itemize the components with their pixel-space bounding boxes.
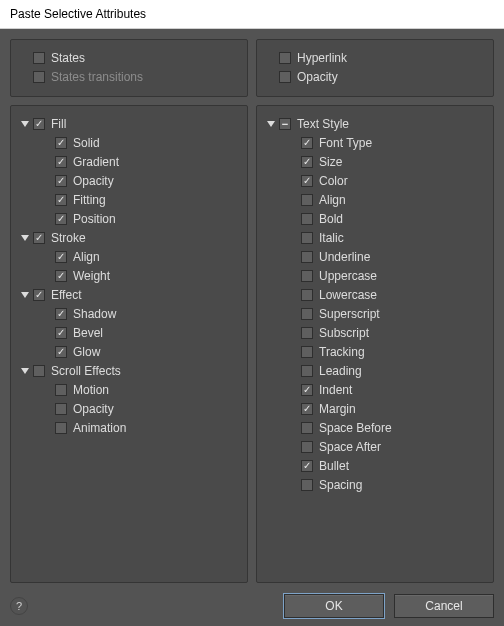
item-text-style-spacing: Spacing bbox=[265, 475, 485, 494]
svg-marker-1 bbox=[21, 235, 29, 241]
checkbox-scroll-effects-opacity[interactable] bbox=[55, 403, 67, 415]
label-fill-opacity: Opacity bbox=[73, 174, 114, 188]
label-text-style-indent: Indent bbox=[319, 383, 352, 397]
checkbox-states-states[interactable] bbox=[33, 52, 45, 64]
disclosure-effect-icon[interactable] bbox=[19, 289, 31, 301]
checkbox-text-style-size[interactable] bbox=[301, 156, 313, 168]
label-text-style-superscript: Superscript bbox=[319, 307, 380, 321]
label-fill-position: Position bbox=[73, 212, 116, 226]
checkbox-text-style-subscript[interactable] bbox=[301, 327, 313, 339]
checkbox-text-style-space-before[interactable] bbox=[301, 422, 313, 434]
checkbox-scroll-effects-motion[interactable] bbox=[55, 384, 67, 396]
item-text-style-font-type: Font Type bbox=[265, 133, 485, 152]
checkbox-effect-shadow[interactable] bbox=[55, 308, 67, 320]
label-effect-glow: Glow bbox=[73, 345, 100, 359]
checkbox-stroke-align[interactable] bbox=[55, 251, 67, 263]
checkbox-transitions-states-transitions bbox=[33, 71, 45, 83]
checkbox-fill-position[interactable] bbox=[55, 213, 67, 225]
spacer bbox=[265, 71, 277, 83]
cancel-button[interactable]: Cancel bbox=[394, 594, 494, 618]
help-icon[interactable]: ? bbox=[10, 597, 28, 615]
checkbox-fill-solid[interactable] bbox=[55, 137, 67, 149]
label-text-style-align: Align bbox=[319, 193, 346, 207]
checkbox-text-style-font-type[interactable] bbox=[301, 137, 313, 149]
checkbox-text-style-uppercase[interactable] bbox=[301, 270, 313, 282]
label-scroll-effects-opacity: Opacity bbox=[73, 402, 114, 416]
label-text-style-lowercase: Lowercase bbox=[319, 288, 377, 302]
checkbox-text-style-bold[interactable] bbox=[301, 213, 313, 225]
group-text-style: Text Style bbox=[265, 114, 485, 133]
label-text-style-tracking: Tracking bbox=[319, 345, 365, 359]
spacer bbox=[265, 52, 277, 64]
checkbox-stroke[interactable] bbox=[33, 232, 45, 244]
item-text-style-bold: Bold bbox=[265, 209, 485, 228]
checkbox-stroke-weight[interactable] bbox=[55, 270, 67, 282]
checkbox-text-style[interactable] bbox=[279, 118, 291, 130]
ok-button[interactable]: OK bbox=[284, 594, 384, 618]
checkbox-text-style-align[interactable] bbox=[301, 194, 313, 206]
checkbox-text-style-lowercase[interactable] bbox=[301, 289, 313, 301]
label-stroke-weight: Weight bbox=[73, 269, 110, 283]
label-opacity-opacity: Opacity bbox=[297, 70, 338, 84]
item-fill-opacity: Opacity bbox=[19, 171, 239, 190]
disclosure-text-style-icon[interactable] bbox=[265, 118, 277, 130]
row-hyperlink-hyperlink: Hyperlink bbox=[265, 48, 485, 67]
item-text-style-space-before: Space Before bbox=[265, 418, 485, 437]
checkbox-text-style-superscript[interactable] bbox=[301, 308, 313, 320]
checkbox-effect-bevel[interactable] bbox=[55, 327, 67, 339]
checkbox-text-style-italic[interactable] bbox=[301, 232, 313, 244]
checkbox-scroll-effects-animation[interactable] bbox=[55, 422, 67, 434]
svg-marker-0 bbox=[21, 121, 29, 127]
svg-marker-3 bbox=[21, 368, 29, 374]
item-scroll-effects-motion: Motion bbox=[19, 380, 239, 399]
item-effect-bevel: Bevel bbox=[19, 323, 239, 342]
checkbox-text-style-underline[interactable] bbox=[301, 251, 313, 263]
panel-states: StatesStates transitions bbox=[10, 39, 248, 97]
checkbox-fill-gradient[interactable] bbox=[55, 156, 67, 168]
label-text-style-bold: Bold bbox=[319, 212, 343, 226]
checkbox-text-style-bullet[interactable] bbox=[301, 460, 313, 472]
item-effect-shadow: Shadow bbox=[19, 304, 239, 323]
checkbox-text-style-space-after[interactable] bbox=[301, 441, 313, 453]
row-transitions-states-transitions: States transitions bbox=[19, 67, 239, 86]
checkbox-text-style-color[interactable] bbox=[301, 175, 313, 187]
checkbox-effect-glow[interactable] bbox=[55, 346, 67, 358]
group-label-stroke: Stroke bbox=[51, 231, 86, 245]
spacer bbox=[19, 52, 31, 64]
panel-attributes-left: FillSolidGradientOpacityFittingPositionS… bbox=[10, 105, 248, 583]
panel-attributes-right: Text StyleFont TypeSizeColorAlignBoldIta… bbox=[256, 105, 494, 583]
disclosure-fill-icon[interactable] bbox=[19, 118, 31, 130]
label-fill-solid: Solid bbox=[73, 136, 100, 150]
row-opacity-opacity: Opacity bbox=[265, 67, 485, 86]
label-scroll-effects-animation: Animation bbox=[73, 421, 126, 435]
checkbox-text-style-indent[interactable] bbox=[301, 384, 313, 396]
checkbox-text-style-margin[interactable] bbox=[301, 403, 313, 415]
checkbox-text-style-spacing[interactable] bbox=[301, 479, 313, 491]
item-stroke-align: Align bbox=[19, 247, 239, 266]
item-text-style-leading: Leading bbox=[265, 361, 485, 380]
checkbox-text-style-tracking[interactable] bbox=[301, 346, 313, 358]
checkbox-fill-opacity[interactable] bbox=[55, 175, 67, 187]
checkbox-effect[interactable] bbox=[33, 289, 45, 301]
dialog-body: StatesStates transitions HyperlinkOpacit… bbox=[0, 29, 504, 626]
label-text-style-size: Size bbox=[319, 155, 342, 169]
checkbox-opacity-opacity[interactable] bbox=[279, 71, 291, 83]
checkbox-hyperlink-hyperlink[interactable] bbox=[279, 52, 291, 64]
checkbox-scroll-effects[interactable] bbox=[33, 365, 45, 377]
checkbox-fill[interactable] bbox=[33, 118, 45, 130]
group-label-effect: Effect bbox=[51, 288, 81, 302]
checkbox-fill-fitting[interactable] bbox=[55, 194, 67, 206]
item-text-style-indent: Indent bbox=[265, 380, 485, 399]
item-text-style-bullet: Bullet bbox=[265, 456, 485, 475]
item-stroke-weight: Weight bbox=[19, 266, 239, 285]
disclosure-stroke-icon[interactable] bbox=[19, 232, 31, 244]
item-fill-position: Position bbox=[19, 209, 239, 228]
disclosure-scroll-effects-icon[interactable] bbox=[19, 365, 31, 377]
item-text-style-subscript: Subscript bbox=[265, 323, 485, 342]
label-text-style-space-before: Space Before bbox=[319, 421, 392, 435]
checkbox-text-style-leading[interactable] bbox=[301, 365, 313, 377]
label-effect-shadow: Shadow bbox=[73, 307, 116, 321]
item-text-style-lowercase: Lowercase bbox=[265, 285, 485, 304]
label-states-states: States bbox=[51, 51, 85, 65]
svg-marker-4 bbox=[267, 121, 275, 127]
